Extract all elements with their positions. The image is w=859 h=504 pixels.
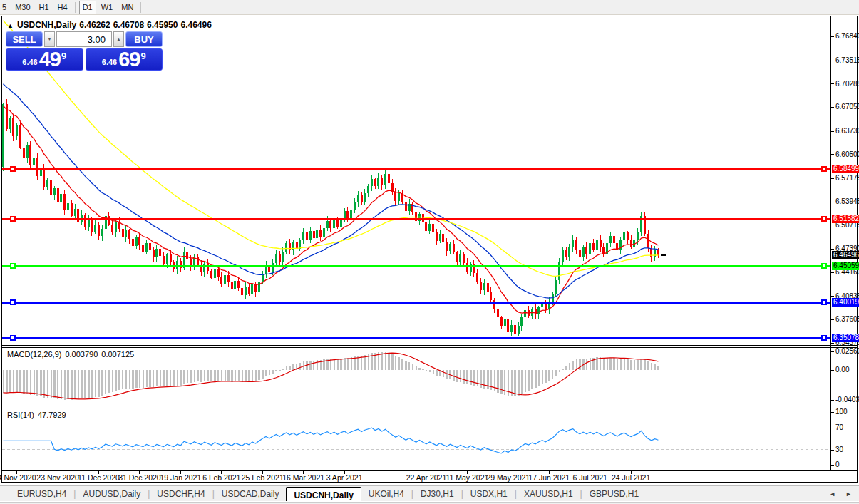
sell-button[interactable]: SELL [6,31,43,47]
macd-value-signal: 0.007125 [101,350,134,359]
price-level-line-6.40019[interactable] [2,302,830,304]
price-level-line-6.45059[interactable] [2,265,830,267]
macd-value-main: 0.003790 [65,350,98,359]
date-axis-label: 22 Apr 2021 [406,473,447,482]
sell-price[interactable]: 6.46499 [6,48,83,71]
buy-price[interactable]: 6.46699 [86,48,163,71]
candles [2,99,659,336]
buy-button[interactable]: BUY [125,31,163,47]
macd-pane-label: MACD(12,26,9)0.0037900.007125 [7,350,138,359]
date-axis-label: 19 Jan 2021 [160,473,201,482]
current-price-label: 6.46496 [832,251,859,259]
chart-title: ▲USDCNH,Daily6.462626.467086.459506.4649… [7,20,215,30]
price-level-label-6.45059: 6.45059 [832,262,859,270]
sell-price-prefix: 6.46 [22,58,37,66]
ohlc-high: 6.46708 [113,20,144,30]
rsi-label: RSI(14) [7,411,34,419]
timeframe-button-d1[interactable]: D1 [79,1,96,14]
sell-price-big: 49 [39,50,61,69]
rsi-value: 47.7929 [38,411,66,419]
price-axis-tick: 6.37605 [835,315,859,323]
chevron-down-icon: ▼ [48,37,52,41]
timeframe-button-mn[interactable]: MN [118,1,137,14]
price-level-label-6.51582: 6.51582 [832,215,859,223]
price-axis-tick: 6.67055 [835,103,859,110]
date-axis-label: 3 Apr 2021 [326,473,363,482]
rsi-axis-tick: 70 [835,423,843,431]
price-level-label-6.40019: 6.40019 [832,298,859,307]
timeframe-button-h1[interactable]: H1 [36,1,53,14]
ohlc-open: 6.46262 [79,20,110,30]
rsi-axis-tick: 100 [835,408,848,416]
price-axis-tick: 6.76840 [835,32,859,40]
toolbar-separator [140,2,141,13]
timeframe-button-h4[interactable]: H4 [54,1,71,14]
date-axis-label: 6 Feb 2021 [202,473,240,482]
trade-panel: SELL ▼ 3.00 ▲ BUY 6.46499 6.46699 [6,31,163,71]
ma-line-12 [4,106,659,314]
date-axis-label: 11 May 2021 [446,473,488,482]
price-axis-tick: 6.57175 [835,174,859,182]
date-axis-label: 17 Jun 2021 [528,473,570,482]
symbol-label: USDCNH,Daily [17,20,76,30]
date-axis-label: 11 Dec 2020 [78,473,120,482]
price-axis-tick: 6.60500 [835,150,859,158]
timeframe-button-w1[interactable]: W1 [98,1,117,14]
date-axis-label: 25 Feb 2021 [242,473,284,482]
chart-plot[interactable] [0,0,859,504]
price-axis-tick: 6.73515 [835,56,859,64]
macd-histogram [3,352,659,400]
buy-price-big: 69 [118,50,140,69]
price-level-line-6.51582[interactable] [2,218,830,220]
volume-stepper-down[interactable]: ▼ [44,31,55,47]
toolbar-separator [75,2,76,13]
date-axis-label: 6 Jul 2021 [572,473,607,482]
macd-axis-tick: -0.04038 [835,396,859,403]
rsi-line [4,428,659,453]
timeframe-button-5[interactable]: 5 [1,1,10,14]
rsi-axis-tick: 0 [835,461,840,468]
macd-axis-tick: 0.00 [835,366,849,374]
date-axis-label: 24 Jul 2021 [612,473,650,482]
date-axis-label: 4 Nov 2020 [0,473,36,482]
rsi-axis-tick: 30 [835,446,843,453]
volume-stepper-up[interactable]: ▲ [113,31,124,47]
date-axis-label: 29 May 2021 [486,473,530,482]
chevron-up-icon: ▲ [117,37,121,41]
timeframe-button-m30[interactable]: M30 [11,1,34,14]
volume-field[interactable]: 3.00 [56,31,112,47]
collapse-icon[interactable]: ▲ [7,22,14,29]
rsi-pane-label: RSI(14)47.7929 [7,411,70,419]
ohlc-close: 6.46496 [180,20,211,30]
price-axis-tick: 6.63730 [835,127,859,135]
price-axis-tick: 6.53945 [835,197,859,205]
price-level-line-6.35078[interactable] [2,337,830,339]
sell-price-sup: 9 [61,51,66,61]
price-level-label-6.35078: 6.35078 [832,334,859,342]
date-axis-label: 16 Mar 2021 [282,473,324,482]
macd-label: MACD(12,26,9) [7,350,61,359]
date-axis-label: 31 Dec 2020 [118,473,161,482]
price-axis-tick: 6.70285 [835,80,859,88]
macd-axis-tick: 0.025605 [835,347,859,355]
buy-price-sup: 9 [140,51,145,61]
ohlc-low: 6.45950 [147,20,178,30]
price-level-line-6.58499[interactable] [2,168,830,170]
buy-price-prefix: 6.46 [102,58,117,66]
timeframe-toolbar: 5M30H1H4D1W1MN [0,0,859,15]
price-level-label-6.58499: 6.58499 [832,165,859,173]
date-axis-label: 23 Nov 2020 [36,473,79,482]
